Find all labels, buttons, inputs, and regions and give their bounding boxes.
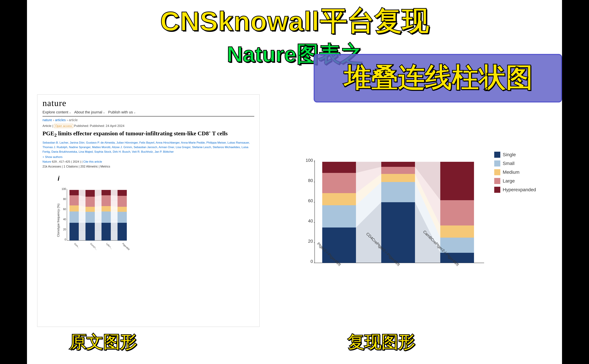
svg-rect-30 [118, 223, 127, 240]
svg-text:0: 0 [311, 259, 313, 264]
svg-text:20: 20 [63, 228, 66, 231]
svg-marker-40 [95, 223, 101, 240]
svg-text:60: 60 [308, 198, 313, 203]
svg-rect-15 [69, 223, 79, 240]
reproduced-chart-svg: 0 20 40 60 80 100 [302, 142, 488, 280]
legend-single-color [494, 152, 500, 158]
svg-rect-26 [101, 211, 111, 223]
article-title: PGE2 limits effector expansion of tumour… [42, 130, 254, 138]
svg-text:Clonotype frequency (%): Clonotype frequency (%) [57, 204, 60, 237]
svg-marker-45 [111, 223, 118, 240]
legend-large-color [494, 178, 500, 184]
nav-publish-label: Publish with us [108, 110, 133, 114]
svg-rect-71 [322, 173, 356, 193]
svg-rect-81 [440, 200, 474, 226]
legend-single: Single [494, 152, 536, 158]
svg-rect-19 [69, 190, 79, 195]
nature-header: nature Explore content ⌄ About the journ… [37, 95, 259, 171]
open-access-badge: Open access [54, 124, 73, 128]
legend-small-color [494, 160, 500, 167]
svg-rect-21 [86, 212, 95, 223]
svg-text:i: i [58, 175, 60, 182]
authors-list: Sebastian B. Lacher, Janina Dörr, Gustav… [42, 140, 254, 154]
svg-rect-74 [381, 182, 415, 202]
main-content: CNSknowall平台复现 Nature图表之 堆叠连线柱状图 nature … [27, 0, 562, 364]
svg-marker-41 [95, 211, 101, 223]
svg-text:80: 80 [308, 178, 313, 183]
svg-text:60: 60 [63, 208, 66, 211]
legend-hyperexpanded-color [494, 187, 500, 193]
chart-legend: Single Small Medium Large Hyperexpanded [494, 142, 536, 193]
nav-about[interactable]: About the journal ⌄ [74, 110, 108, 114]
original-chart-svg: i Clonotype frequency (%) 0 20 40 60 80 … [54, 173, 132, 254]
nav-explore[interactable]: Explore content ⌄ [42, 110, 74, 114]
show-authors-btn[interactable]: + Show authors [42, 155, 254, 159]
article-type: Article [42, 124, 51, 128]
svg-marker-47 [111, 206, 118, 212]
svg-rect-31 [118, 212, 127, 223]
nav-publish-chevron: ⌄ [133, 111, 136, 114]
cite-article[interactable]: Cite this article [83, 160, 102, 163]
right-title-text: 堆叠连线柱状图 [325, 60, 551, 96]
breadcrumb-articles[interactable]: articles [55, 118, 66, 122]
svg-rect-80 [440, 226, 474, 238]
metrics-bar: 21k Accesses | 1 Citations | 202 Altmetr… [42, 165, 254, 168]
svg-rect-33 [118, 196, 127, 207]
svg-text:0: 0 [65, 238, 66, 241]
svg-rect-70 [322, 193, 356, 205]
svg-rect-29 [101, 190, 111, 195]
published-date: Published: 24 April 2024 [90, 124, 125, 128]
nav-about-label: About the journal [74, 110, 102, 114]
svg-rect-17 [69, 205, 79, 211]
svg-rect-75 [381, 174, 415, 182]
nature-screenshot: nature Explore content ⌄ About the journ… [37, 94, 260, 327]
svg-marker-38 [79, 195, 86, 207]
reproduced-chart-container: 0 20 40 60 80 100 [288, 94, 550, 327]
svg-text:40: 40 [308, 218, 313, 223]
right-title-box: 堆叠连线柱状图 [314, 54, 562, 103]
left-panel [0, 0, 27, 364]
year: 2024 [73, 160, 79, 163]
legend-single-label: Single [503, 152, 516, 157]
svg-rect-27 [101, 206, 111, 211]
pages: 417–425 [59, 160, 70, 163]
authors-text: Sebastian B. Lacher, Janina Dörr, Gustav… [42, 141, 250, 153]
svg-marker-35 [79, 223, 86, 240]
nav-publish[interactable]: Publish with us ⌄ [108, 110, 139, 114]
svg-rect-82 [440, 162, 474, 200]
journal-name[interactable]: Nature [42, 160, 51, 163]
svg-marker-48 [111, 195, 118, 207]
label-reproduced: 复现图形 [347, 331, 415, 354]
nature-nav: Explore content ⌄ About the journal ⌄ Pu… [42, 110, 254, 117]
legend-medium-color [494, 169, 500, 175]
metrics-link[interactable]: Metrics [100, 165, 110, 168]
right-panel [562, 0, 589, 364]
legend-hyperexpanded-label: Hyperexpanded [503, 187, 536, 192]
svg-rect-34 [118, 190, 127, 196]
svg-text:80: 80 [63, 198, 66, 201]
breadcrumb: nature › articles › article [42, 118, 254, 122]
breadcrumb-article: article [69, 118, 78, 122]
citations: 1 Citations [64, 165, 78, 168]
svg-rect-18 [69, 195, 79, 205]
svg-marker-36 [79, 211, 86, 223]
svg-marker-43 [95, 195, 101, 207]
altmetric: 202 Altmetric [80, 165, 98, 168]
volume: 629 [52, 160, 57, 163]
svg-marker-46 [111, 211, 118, 223]
svg-text:20: 20 [308, 239, 313, 244]
svg-rect-22 [86, 207, 95, 212]
journal-info: Nature 629 , 417–425 ( 2024 ) | Cite thi… [42, 160, 254, 163]
svg-rect-32 [118, 207, 127, 212]
svg-rect-23 [86, 197, 95, 207]
breadcrumb-nature[interactable]: nature [42, 118, 52, 122]
legend-hyperexpanded: Hyperexpanded [494, 187, 536, 193]
svg-text:Ptger4fl/fl: Ptger4fl/fl [122, 242, 130, 251]
svg-marker-49 [111, 190, 118, 196]
svg-text:Gzm2+...: Gzm2+... [90, 242, 98, 251]
chart-wrapper: 0 20 40 60 80 100 [295, 135, 543, 286]
svg-text:Gzm...: Gzm... [74, 242, 80, 249]
svg-text:100: 100 [61, 188, 66, 190]
svg-rect-25 [101, 223, 111, 240]
svg-rect-77 [381, 162, 415, 167]
